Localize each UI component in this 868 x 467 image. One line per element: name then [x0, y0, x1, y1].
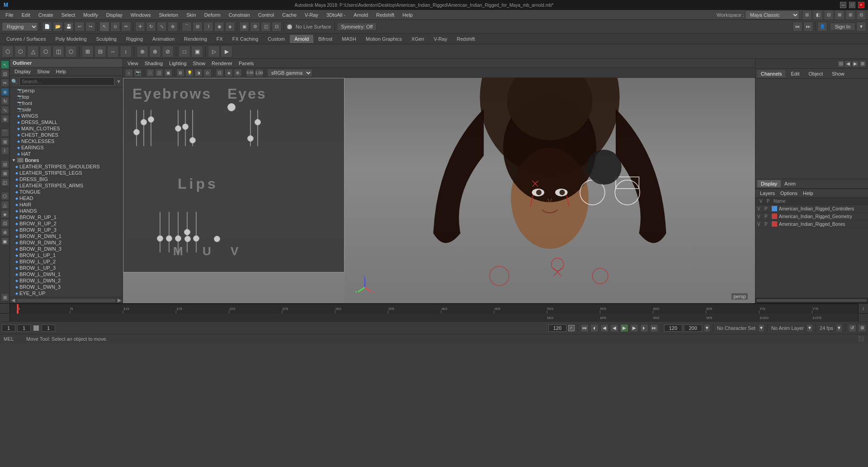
minimize-button[interactable]: ─ — [840, 2, 846, 8]
layer-controllers[interactable]: V P American_Indian_Rigged_Controllers — [755, 205, 868, 213]
play-forward[interactable]: ▶ — [620, 324, 628, 332]
outliner-item-top[interactable]: 📷 top — [10, 94, 123, 100]
menu-cache[interactable]: Cache — [278, 11, 300, 19]
tab-custom[interactable]: Custom — [263, 35, 289, 43]
menu-file[interactable]: File — [2, 11, 17, 19]
maximize-button[interactable]: □ — [849, 2, 855, 8]
face-control-panel[interactable]: Eyebrows Eyes Lips M U V — [123, 78, 344, 272]
render-settings[interactable]: ⚙ — [250, 22, 260, 32]
menu-arnold[interactable]: Arnold — [350, 11, 372, 19]
lips-center-knob[interactable] — [184, 236, 191, 242]
outliner-item-leather-shoulders[interactable]: ◆ LEATHER_STRIPES_SHOULDERS — [10, 163, 123, 170]
help-tab[interactable]: Help — [800, 190, 816, 196]
playback-btn-1[interactable]: ⏮ — [793, 22, 802, 32]
rp-icon-3[interactable]: ▶ — [852, 60, 859, 67]
timeline[interactable]: 0 5 10 15 20 25 30 35 40 45 50 — [10, 304, 858, 314]
outliner-item-brow-l-dwn-3[interactable]: ◆ BROW_L_DWN_3 — [10, 284, 123, 290]
outliner-item-dress-small[interactable]: ◆ DRESS_SMALL — [10, 119, 123, 125]
save-scene-button[interactable]: 💾 — [64, 22, 74, 32]
menu-help[interactable]: Help — [399, 11, 416, 19]
prev-keyframe[interactable]: ◀ — [600, 324, 609, 332]
workspace-icon-6[interactable]: ⊟ — [856, 10, 866, 20]
tool-2[interactable]: ⊡ — [1, 70, 9, 78]
tool-9[interactable]: ⊞ — [1, 138, 9, 146]
slider-knob[interactable] — [133, 129, 140, 135]
outliner-item-brow-r-up-1[interactable]: ◆ BROW_R_UP_1 — [10, 214, 123, 220]
render-current[interactable]: ▣ — [239, 22, 249, 32]
select-edges[interactable]: ⬡ — [65, 46, 77, 57]
snap-point[interactable]: ◉ — [214, 22, 224, 32]
outliner-item-wings[interactable]: ◆ WINGS — [10, 113, 123, 119]
outliner-item-brow-r-dwn-2[interactable]: ◆ BROW_R_DWN_2 — [10, 239, 123, 246]
slider-knob[interactable] — [141, 119, 147, 125]
rp-tab-edit[interactable]: Edit — [787, 70, 803, 77]
menu-edit[interactable]: Edit — [18, 11, 34, 19]
menu-deform[interactable]: Deform — [201, 11, 224, 19]
tool-10[interactable]: ⌇ — [1, 147, 9, 155]
tab-curves-surfaces[interactable]: Curves / Surfaces — [2, 35, 50, 43]
playback-options[interactable]: ⚙ — [858, 324, 866, 332]
step-back[interactable]: ⏴ — [590, 324, 599, 332]
outliner-item-brow-l-up-1[interactable]: ◆ BROW_L_UP_1 — [10, 252, 123, 258]
soft-select[interactable]: ⌒ — [182, 22, 192, 32]
tool-4[interactable]: ⊕ — [1, 88, 9, 96]
vp-grid[interactable]: ⊞ — [176, 69, 184, 77]
total-frames-input[interactable] — [684, 324, 702, 332]
layer-v-btn[interactable]: V — [757, 222, 764, 227]
select-object[interactable]: ⬡ — [2, 46, 14, 57]
transform-icon-2[interactable]: ⊟ — [94, 46, 106, 57]
rp-tab-show[interactable]: Show — [828, 70, 848, 77]
tool-12[interactable]: ⊠ — [1, 169, 9, 177]
go-to-start[interactable]: ⏮ — [580, 324, 589, 332]
vp-zoom[interactable]: 1.00 — [255, 69, 263, 77]
anim-layer-dropdown[interactable]: ▼ — [807, 324, 813, 332]
vslider-1[interactable] — [136, 110, 137, 146]
slider-knob[interactable] — [189, 137, 196, 143]
menu-display[interactable]: Display — [103, 11, 126, 19]
vp-menu-renderer[interactable]: Renderer — [209, 60, 235, 67]
outliner-item-brow-l-dwn-2[interactable]: ◆ BROW_L_DWN_2 — [10, 277, 123, 284]
vp-frame-btn[interactable]: 0.00 — [246, 69, 254, 77]
outliner-menu-help[interactable]: Help — [53, 68, 69, 75]
outliner-menu-display[interactable]: Display — [12, 68, 33, 75]
vp-ao[interactable]: ⊙ — [203, 69, 212, 77]
vp-menu-panels[interactable]: Panels — [236, 60, 257, 67]
mode-dropdown[interactable]: Rigging — [2, 22, 38, 31]
slider-knob[interactable] — [157, 235, 163, 242]
workspace-icon-1[interactable]: ⊞ — [802, 10, 812, 20]
live-surface-icon[interactable]: ⬤ — [286, 23, 293, 30]
outliner-item-brow-r-dwn-1[interactable]: ◆ BROW_R_DWN_1 — [10, 233, 123, 239]
vslider-eyes-2[interactable] — [257, 110, 258, 146]
outliner-item-bones-group[interactable]: ▼ □ Bones — [10, 157, 123, 163]
outliner-item-leather-legs[interactable]: ◆ LEATHER_STRIPES_LEGS — [10, 170, 123, 176]
fps-dropdown[interactable]: ▼ — [836, 324, 842, 332]
menu-vray[interactable]: V-Ray — [301, 11, 322, 19]
total-frames-arrow[interactable]: ▼ — [704, 324, 710, 332]
eye-r-control[interactable] — [227, 103, 236, 111]
outliner-item-tongue[interactable]: ◆ TONGUE — [10, 189, 123, 195]
tool-11[interactable]: ⊟ — [1, 160, 9, 168]
menu-3dtoall[interactable]: 3DtoAll - — [323, 11, 349, 19]
new-scene-button[interactable]: 📄 — [42, 22, 52, 32]
vp-rig[interactable]: ⊗ — [234, 69, 242, 77]
display-icon-2[interactable]: ▣ — [191, 46, 203, 57]
vp-shadow[interactable]: ◑ — [194, 69, 203, 77]
transform-icon-1[interactable]: ⊞ — [82, 46, 94, 57]
vp-menu-show[interactable]: Show — [190, 60, 208, 67]
tool-17[interactable]: ⊡ — [1, 219, 9, 227]
menu-control[interactable]: Control — [255, 11, 278, 19]
outliner-item-brow-r-up-3[interactable]: ◆ BROW_R_UP_3 — [10, 227, 123, 233]
next-keyframe[interactable]: ▶ — [630, 324, 638, 332]
current-frame-input[interactable] — [17, 324, 31, 332]
layer-bones[interactable]: V P American_Indian_Rigged_Bones — [755, 220, 868, 228]
rp-icon-1[interactable]: ⊟ — [837, 60, 844, 67]
tool-select[interactable]: ↖ — [1, 61, 9, 69]
move-tool[interactable]: ✛ — [135, 22, 145, 32]
select-uvs[interactable]: ⬡ — [40, 46, 52, 57]
vslider-lips-4[interactable] — [187, 212, 188, 253]
layer-p-btn[interactable]: P — [764, 206, 772, 211]
tab-arnold[interactable]: Arnold — [290, 35, 313, 43]
open-scene-button[interactable]: 📂 — [53, 22, 63, 32]
slider-knob[interactable] — [255, 119, 261, 125]
vslider-4[interactable] — [178, 110, 179, 146]
